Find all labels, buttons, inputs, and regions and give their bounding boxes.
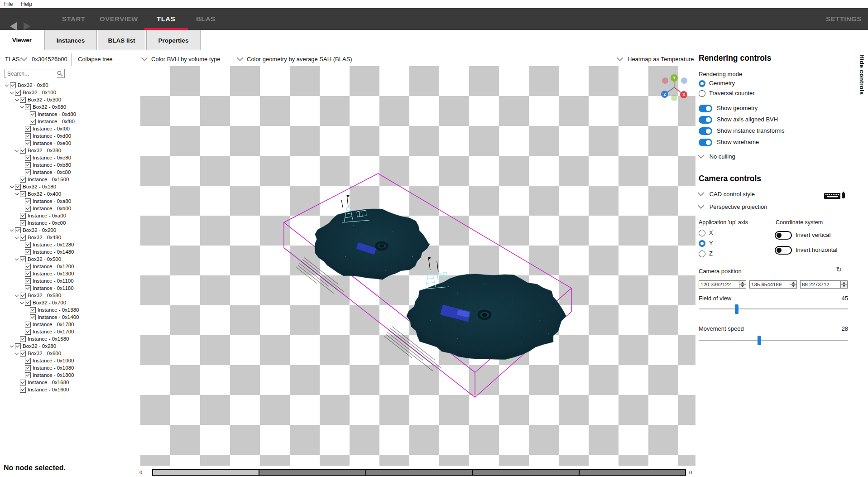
checkbox-checked[interactable]	[25, 322, 31, 328]
speed-slider-track[interactable]	[699, 340, 848, 341]
heatmap-dropdown[interactable]	[618, 51, 622, 68]
toggle-on[interactable]	[699, 116, 712, 124]
chevron-down-icon[interactable]	[19, 106, 25, 108]
tree-node[interactable]: Instance - 0xc00	[0, 219, 137, 226]
tree-node[interactable]: Box32 - 0x400	[0, 190, 137, 198]
tree-node[interactable]: Instance - 0xd00	[0, 132, 137, 140]
checkbox-checked[interactable]	[25, 365, 31, 371]
tree-node[interactable]: Instance - 0xb80	[0, 161, 137, 169]
chevron-down-icon[interactable]	[14, 294, 20, 297]
checkbox-checked[interactable]	[25, 162, 31, 168]
tree-node[interactable]: Instance - 0x1300	[0, 270, 137, 277]
tree-node[interactable]: Instance - 0x1580	[0, 335, 137, 342]
tree-node[interactable]: Box32 - 0x500	[0, 255, 137, 263]
chevron-down-icon[interactable]	[9, 185, 15, 188]
tree-node[interactable]: Instance - 0xb00	[0, 205, 137, 212]
checkbox-checked[interactable]	[20, 351, 26, 357]
radio-unselected[interactable]	[699, 90, 705, 97]
tree-node[interactable]: Instance - 0xe80	[0, 154, 137, 161]
range-segment[interactable]	[366, 470, 473, 475]
tlas-value[interactable]: 0x304526b00	[32, 51, 67, 68]
checkbox-checked[interactable]	[20, 220, 26, 226]
checkbox-checked[interactable]	[25, 271, 31, 277]
tree-node[interactable]: Box32 - 0x100	[0, 89, 137, 96]
tree-node[interactable]: Instance - 0x1400	[0, 313, 137, 321]
tree-node[interactable]: Instance - 0xe00	[0, 140, 137, 147]
radio-selected[interactable]	[699, 80, 705, 87]
speed-slider-handle[interactable]	[758, 336, 761, 345]
radio-selected[interactable]	[699, 240, 705, 247]
toggle-row-invert-horizontal[interactable]: Invert horizontal	[775, 246, 838, 255]
tree-node[interactable]: Box32 - 0x300	[0, 96, 137, 103]
3d-viewport[interactable]: YXZ	[140, 66, 695, 466]
checkbox-checked[interactable]	[10, 82, 16, 88]
chevron-down-icon[interactable]	[9, 91, 15, 94]
back-arrow-icon[interactable]	[10, 22, 17, 30]
checkbox-checked[interactable]	[30, 314, 36, 320]
color-geometry-dropdown[interactable]	[238, 51, 242, 68]
checkbox-checked[interactable]	[20, 256, 26, 262]
checkbox-checked[interactable]	[15, 90, 21, 96]
checkbox-checked[interactable]	[25, 140, 31, 146]
chevron-down-icon[interactable]	[14, 149, 20, 152]
checkbox-checked[interactable]	[25, 249, 31, 255]
heatmap-label[interactable]: Heatmap as Temperature	[628, 51, 694, 68]
chevron-down-icon[interactable]	[14, 98, 20, 101]
checkbox-checked[interactable]	[25, 155, 31, 161]
checkbox-checked[interactable]	[30, 307, 36, 313]
tab-viewer[interactable]: Viewer	[0, 30, 44, 50]
traversal-range-slider[interactable]	[152, 469, 686, 476]
spin-up-button[interactable]	[790, 281, 796, 285]
fov-slider-handle[interactable]	[735, 304, 739, 314]
projection-dropdown[interactable]: Perspective projection	[699, 203, 767, 210]
color-bvh-dropdown[interactable]	[142, 51, 147, 68]
checkbox-checked[interactable]	[25, 285, 31, 291]
color-geometry-label[interactable]: Color geometry by average SAH (BLAS)	[247, 51, 352, 68]
toggle-on[interactable]	[699, 139, 712, 146]
fov-slider-track[interactable]	[699, 308, 848, 309]
checkbox-checked[interactable]	[30, 119, 36, 125]
checkbox-checked[interactable]	[20, 235, 26, 241]
checkbox-checked[interactable]	[20, 177, 26, 183]
cad-control-style-dropdown[interactable]: CAD control style	[699, 191, 755, 198]
tlas-dropdown[interactable]	[22, 51, 26, 68]
radio-unselected[interactable]	[699, 230, 705, 236]
toggle-on[interactable]	[699, 105, 712, 112]
tree-node[interactable]: Box32 - 0x480	[0, 234, 137, 241]
tree-node[interactable]: Box32 - 0x600	[0, 350, 137, 357]
checkbox-checked[interactable]	[25, 300, 31, 306]
nav-tab-start[interactable]: START	[62, 8, 85, 30]
up-axis-z[interactable]: Z	[699, 250, 713, 257]
checkbox-checked[interactable]	[25, 104, 31, 110]
color-bvh-label[interactable]: Color BVH by volume type	[151, 51, 220, 68]
radio-row-traversal-counter[interactable]: Traversal counter	[699, 90, 755, 97]
checkbox-checked[interactable]	[25, 278, 31, 284]
range-segment[interactable]	[473, 470, 579, 475]
axis-gizmo[interactable]: YXZ	[661, 74, 687, 101]
tree-node[interactable]: Instance - 0x1280	[0, 241, 137, 248]
tree-node[interactable]: Box32 - 0x680	[0, 103, 137, 111]
refresh-icon[interactable]: ↻	[836, 265, 842, 274]
tree-node[interactable]: Box32 - 0x80	[0, 82, 137, 89]
toggle-row-show-axis-aligned-bvh[interactable]: Show axis aligned BVH	[699, 116, 778, 124]
tree-node[interactable]: Box32 - 0x580	[0, 292, 137, 299]
tree-node[interactable]: Box32 - 0x380	[0, 147, 137, 154]
spinbox-value[interactable]: 88.2273712	[801, 282, 840, 287]
range-segment[interactable]	[259, 470, 366, 475]
tree-node[interactable]: Instance - 0x1500	[0, 176, 137, 183]
tree-node[interactable]: Box32 - 0x180	[0, 183, 137, 190]
nav-tab-tlas[interactable]: TLAS	[157, 8, 175, 30]
toggle-row-show-instance-transforms[interactable]: Show instance transforms	[699, 127, 785, 135]
toggle-off[interactable]	[775, 246, 792, 255]
checkbox-checked[interactable]	[20, 213, 26, 219]
checkbox-checked[interactable]	[15, 227, 21, 233]
tree-node[interactable]: Instance - 0xa80	[0, 198, 137, 205]
tree-node[interactable]: Instance - 0xf00	[0, 125, 137, 132]
tab-properties[interactable]: Properties	[146, 30, 201, 50]
chevron-down-icon[interactable]	[14, 258, 20, 260]
toggle-row-invert-vertical[interactable]: Invert vertical	[775, 231, 830, 240]
tree-node[interactable]: Instance - 0x1100	[0, 277, 137, 284]
search-input[interactable]	[6, 70, 57, 78]
toggle-off[interactable]	[775, 231, 792, 240]
checkbox-checked[interactable]	[25, 358, 31, 364]
